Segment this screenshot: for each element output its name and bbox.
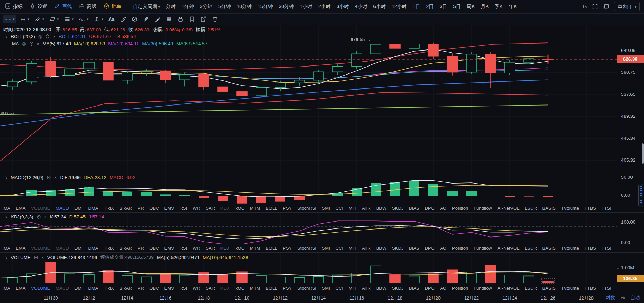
close-icon[interactable]: × [53,34,56,39]
period-自定义周期[interactable]: 自定义周期▾ [133,3,160,10]
tab-obv[interactable]: OBV [149,286,159,291]
tab-position[interactable]: Position [452,246,468,251]
period-周K[interactable]: 周K [467,3,475,10]
tab-ttsi[interactable]: TTSI [602,286,611,291]
period-1分钟[interactable]: 1分钟 [182,3,194,10]
tab-stochrsi[interactable]: StochRSI [297,205,316,211]
pattern-tool-icon[interactable] [164,15,174,23]
tab-ao[interactable]: AO [440,246,446,251]
tab-volume[interactable]: VOLUME [31,286,50,291]
tab-basis[interactable]: BASIS [542,205,556,211]
tab-bbw[interactable]: BBW [376,205,387,211]
drawline-menu-button[interactable]: 画线 [54,3,72,10]
tab-position[interactable]: Position [452,205,468,211]
tab-ema[interactable]: EMA [16,205,25,211]
axis-zoom-control[interactable] [638,184,643,207]
close-icon[interactable]: × [44,214,47,219]
advanced-menu-button[interactable]: 高级 [79,3,97,10]
tab-psy[interactable]: PSY [283,246,292,251]
wave-tool-icon[interactable]: 3▾ [78,15,90,23]
tab-ema[interactable]: EMA [16,246,25,251]
circle-slash-tool-icon[interactable] [130,15,139,23]
hexagon-settings-icon[interactable] [45,34,50,39]
tab-trix[interactable]: TRIX [104,246,114,251]
pen-tool-icon[interactable] [153,15,162,23]
measure-tool-icon[interactable]: ▾ [92,15,105,23]
tab-brar[interactable]: BRAR [120,286,132,291]
channel-tool-icon[interactable]: ▾ [33,15,46,23]
tab-trix[interactable]: TRIX [104,286,114,291]
tab-vr[interactable]: VR [137,286,144,291]
tab-roc[interactable]: ROC [234,286,244,291]
collapse-caret-icon[interactable]: ∨ [5,255,8,260]
period-1小时[interactable]: 1小时 [300,3,312,10]
tab-macd[interactable]: MACD [56,246,69,251]
settings-menu-button[interactable]: 设置 [30,3,47,10]
tab-rsi[interactable]: RSI [179,246,187,251]
period-15分钟[interactable]: 15分钟 [258,3,273,10]
period-4小时[interactable]: 4小时 [355,3,368,10]
tab-stochrsi[interactable]: StochRSI [297,246,316,251]
tab-ttsi[interactable]: TTSI [602,246,611,251]
tab-skdj[interactable]: SKDJ [392,286,403,291]
tab-ema[interactable]: EMA [16,286,25,291]
tab-dma[interactable]: DMA [88,246,98,251]
tab-lsur[interactable]: LSUR [525,246,537,251]
tab-basis[interactable]: BASIS [542,286,556,291]
tab-smi[interactable]: SMI [322,286,330,291]
auto-scale-toggle[interactable]: 自动 [630,295,640,301]
tab-lsur[interactable]: LSUR [525,205,537,211]
period-3分钟[interactable]: 3分钟 [200,3,212,10]
lock-tool-icon[interactable] [176,15,185,23]
tab-cci[interactable]: CCI [336,246,343,251]
tab-mtm[interactable]: MTM [250,205,260,211]
tab-sar[interactable]: SAR [206,246,215,251]
tab-rsi[interactable]: RSI [179,286,187,291]
tab-kdj[interactable]: KDJ [220,205,229,211]
tab-dpo[interactable]: DPO [425,205,434,211]
trendline-tool-icon[interactable]: ▾ [18,15,31,23]
main-price-chart[interactable] [0,25,617,173]
tab-ma[interactable]: MA [3,286,10,291]
tab-ttsi[interactable]: TTSI [602,205,611,211]
period-6小时[interactable]: 6小时 [373,3,386,10]
tab-smi[interactable]: SMI [322,246,330,251]
tab-obv[interactable]: OBV [149,205,159,211]
tab-dmi[interactable]: DMI [74,286,83,291]
tab-dma[interactable]: DMA [88,286,98,291]
tab-bbw[interactable]: BBW [376,286,387,291]
tab-rsi[interactable]: RSI [179,205,187,211]
export-tool-icon[interactable] [199,15,208,23]
tab-tvolume[interactable]: TVolume [561,205,579,211]
collapse-caret-icon[interactable]: ∨ [5,175,8,180]
tab-ma[interactable]: MA [3,205,10,211]
tab-atr[interactable]: ATR [362,246,371,251]
tab-mfi[interactable]: MFI [349,286,356,291]
tab-lsur[interactable]: LSUR [525,286,537,291]
tab-vr[interactable]: VR [137,246,144,251]
brush-tool-icon[interactable] [119,15,128,23]
tab-wr[interactable]: WR [193,286,200,291]
tab-bias[interactable]: BIAS [409,286,419,291]
tab-sar[interactable]: SAR [206,205,215,211]
collapse-caret-icon[interactable]: ∨ [5,34,8,39]
hexagon-settings-icon[interactable] [34,255,38,260]
crosshair-tool-icon[interactable]: ▾ [3,15,16,23]
tab-psy[interactable]: PSY [283,286,292,291]
hexagon-settings-icon[interactable] [47,175,51,180]
tab-ao[interactable]: AO [440,286,446,291]
percent-scale-toggle[interactable]: % [621,295,625,301]
tab-bias[interactable]: BIAS [409,205,419,211]
tab-trix[interactable]: TRIX [104,205,114,211]
tab-ftbs[interactable]: FTBS [585,246,596,251]
tab-roc[interactable]: ROC [234,205,244,211]
tab-boll[interactable]: BOLL [266,286,277,291]
tab-volume[interactable]: VOLUME [31,205,50,211]
tab-basis[interactable]: BASIS [542,246,556,251]
period-年K[interactable]: 年K [509,3,517,10]
bookmark-tool-icon[interactable] [187,15,196,23]
tab-obv[interactable]: OBV [149,246,159,251]
period-2日[interactable]: 2日 [426,3,434,10]
period-3日[interactable]: 3日 [440,3,447,10]
tab-vr[interactable]: VR [137,205,144,211]
